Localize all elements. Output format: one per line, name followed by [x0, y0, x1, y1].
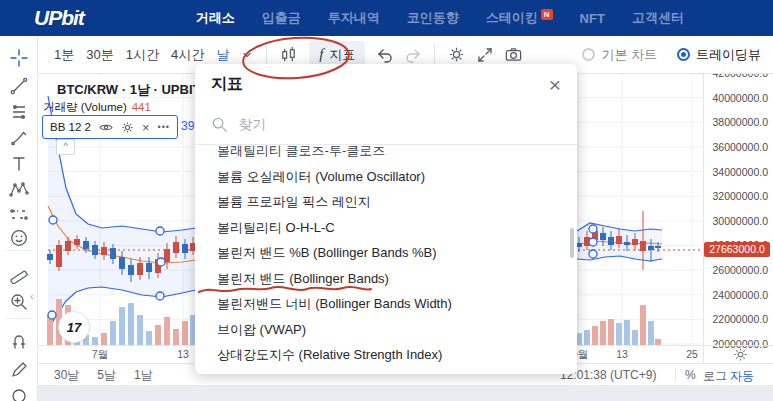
auto-scale-toggle[interactable]: 자동 — [730, 368, 754, 385]
text-icon — [9, 154, 29, 174]
prediction-tool-button[interactable] — [8, 205, 30, 227]
radio-label: 트레이딩뷰 — [696, 46, 761, 64]
indicators-modal: 지표 × 볼래틸리티 클로즈-투-클로즈볼륨 오실레이터 (Volume Osc… — [195, 64, 577, 374]
upbit-logo[interactable]: UPbit — [34, 6, 84, 30]
emoji-tool-button[interactable] — [8, 228, 30, 250]
nav-item[interactable]: NFT — [580, 11, 605, 26]
more-options-button[interactable]: ••• — [158, 122, 170, 132]
upbit-trading-app: UPbit 거래소입출금투자내역코인동향스테이킹NNFT고객센터 1분30분1시… — [0, 0, 773, 401]
range-button[interactable]: 30날 — [54, 367, 79, 384]
symbol-title[interactable]: BTC/KRW · 1날 · UPBIT — [57, 81, 200, 99]
price-axis-label: 36000000.0 — [706, 141, 768, 153]
candlestick-icon — [279, 45, 298, 64]
time-axis-label: 13 — [616, 348, 628, 360]
trend-line-tool-button[interactable] — [8, 76, 30, 98]
log-scale-toggle[interactable]: 로그 — [703, 368, 727, 385]
indicator-settings-button[interactable] — [121, 121, 134, 134]
radio-label: 기본 차트 — [601, 46, 657, 64]
indicator-list: 볼래틸리티 클로즈-투-클로즈볼륨 오실레이터 (Volume Oscillat… — [195, 145, 577, 373]
ruler-icon — [9, 264, 29, 284]
smiley-icon — [9, 228, 29, 248]
price-axis-border — [703, 74, 704, 363]
fx-icon: f — [319, 46, 323, 63]
rail-collapse-handle[interactable]: ‹ — [30, 290, 34, 302]
page-background-strip — [38, 385, 773, 401]
scrollbar-thumb[interactable] — [570, 228, 574, 258]
pane-collapse-button[interactable]: ^ — [56, 139, 75, 155]
nav-item[interactable]: 입출금 — [262, 9, 301, 27]
magnet-tool-button[interactable] — [8, 332, 30, 354]
price-axis-label: 38000000.0 — [706, 116, 768, 128]
volume-legend[interactable]: 거래량 (Volume)441 — [43, 100, 151, 115]
indicator-list-item[interactable]: 볼리틸리티 O-H-L-C — [195, 215, 577, 241]
pattern-tool-button[interactable] — [8, 180, 30, 202]
timeframe-button[interactable]: 30분 — [80, 42, 119, 68]
time-axis-label: 25 — [686, 348, 698, 360]
eye-icon — [99, 122, 113, 133]
zoom-in-icon — [9, 292, 29, 312]
volume-label: 거래량 (Volume) — [43, 101, 127, 113]
timeframe-dropdown-button[interactable] — [235, 44, 259, 66]
chart-mode-radio[interactable]: 기본 차트 — [582, 46, 657, 64]
camera-icon — [504, 45, 523, 64]
indicator-list-item[interactable]: 상대변동성지수 (Relative Volatility Index) — [195, 368, 577, 374]
bb-indicator-legend[interactable]: BB 12 2 × ••• — [42, 115, 178, 139]
text-tool-button[interactable] — [8, 154, 30, 176]
drawing-toolbar — [0, 36, 38, 401]
indicator-list-item[interactable]: 볼린저 밴드 (Bollinger Bands) — [195, 266, 577, 292]
timeframe-button[interactable]: 1분 — [48, 42, 80, 68]
indicator-list-item[interactable]: 브이왑 (VWAP) — [195, 317, 577, 343]
zoom-in-tool-button[interactable] — [8, 292, 30, 314]
nav-item[interactable]: 고객센터 — [632, 9, 684, 27]
radio-icon — [582, 48, 595, 61]
nav-item[interactable]: 코인동향 — [407, 9, 459, 27]
crosshair-tool-button[interactable] — [8, 48, 30, 70]
indicator-list-item[interactable]: 볼린저밴드 너비 (Bollinger Bands Width) — [195, 291, 577, 317]
tradingview-logo[interactable]: 17 — [58, 311, 90, 343]
bottom-bar-divider — [675, 369, 676, 381]
toolbar-divider — [266, 44, 267, 66]
chart-mode-switch: 기본 차트트레이딩뷰 — [582, 46, 761, 64]
range-buttons: 30날5날1날 — [54, 364, 153, 386]
indicator-list-item[interactable]: 볼린저 밴드 %B (Bollinger Bands %B) — [195, 240, 577, 266]
indicator-search[interactable] — [195, 104, 577, 145]
percent-scale-toggle[interactable]: % — [685, 368, 696, 382]
eraser-icon — [9, 388, 29, 401]
indicator-list-item[interactable]: 볼래틸리티 클로즈-투-클로즈 — [195, 145, 577, 164]
price-axis-label: 32000000.0 — [706, 190, 768, 202]
price-axis-label: 34000000.0 — [706, 166, 768, 178]
time-axis-label: 7월 — [92, 348, 108, 362]
nav-item[interactable]: 스테이킹N — [486, 9, 553, 27]
redo-icon — [404, 46, 422, 64]
modal-header: 지표 × — [195, 64, 577, 104]
rail-divider — [6, 318, 31, 319]
chart-mode-radio[interactable]: 트레이딩뷰 — [677, 46, 761, 64]
toggle-visibility-button[interactable] — [99, 122, 113, 133]
indicator-list-item[interactable]: 볼륨 오실레이터 (Volume Oscillator) — [195, 164, 577, 190]
search-input[interactable] — [236, 115, 561, 133]
measure-tool-button[interactable] — [8, 264, 30, 286]
range-button[interactable]: 1날 — [134, 367, 153, 384]
search-icon — [211, 116, 228, 133]
indicator-list-item[interactable]: 상대강도지수 (Relative Strength Index) — [195, 342, 577, 368]
radio-icon — [677, 48, 690, 61]
close-icon[interactable]: × — [549, 74, 561, 95]
brush-tool-button[interactable] — [8, 128, 30, 150]
top-nav: UPbit 거래소입출금투자내역코인동향스테이킹NNFT고객센터 — [0, 0, 773, 36]
crosshair-icon — [9, 48, 29, 68]
fib-tool-button[interactable] — [8, 102, 30, 124]
fib-lines-icon — [9, 102, 29, 122]
toolbar-divider — [434, 44, 435, 66]
xabcd-pattern-icon — [9, 180, 29, 200]
lock-tool-button[interactable] — [8, 388, 30, 401]
indicators-button-label: 지표 — [329, 46, 355, 64]
modal-title: 지표 — [211, 74, 243, 95]
indicator-list-item[interactable]: 볼륨 프로파일 픽스 레인지 — [195, 189, 577, 215]
remove-indicator-button[interactable]: × — [142, 121, 150, 134]
nav-item[interactable]: 거래소 — [196, 9, 235, 27]
position-lines-icon — [9, 205, 29, 225]
drawing-mode-button[interactable] — [8, 360, 30, 382]
nav-item[interactable]: 투자내역 — [328, 9, 380, 27]
range-button[interactable]: 5날 — [97, 367, 116, 384]
timeframe-button[interactable]: 1시간 — [120, 42, 165, 68]
